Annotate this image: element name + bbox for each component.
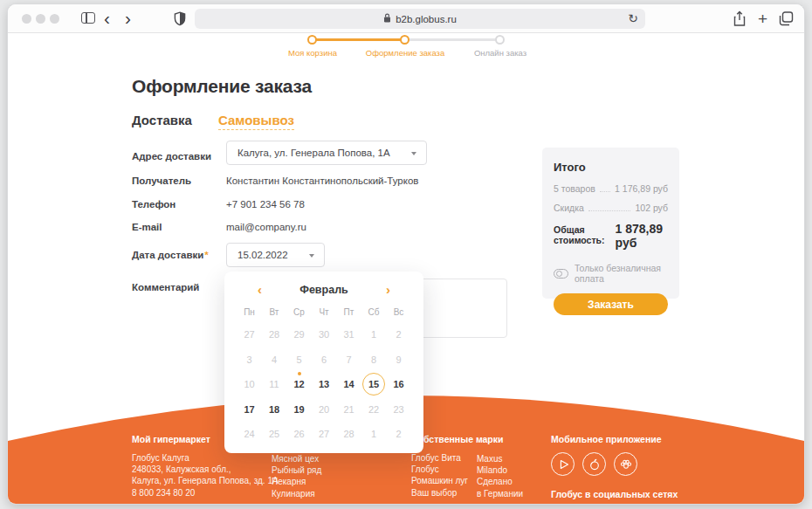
calendar-day[interactable]: 15: [362, 373, 385, 396]
calendar-day[interactable]: 5: [288, 348, 311, 371]
calendar-day[interactable]: 26: [288, 423, 311, 445]
address-bar[interactable]: b2b.globus.ru ↻: [195, 9, 645, 29]
address-select[interactable]: Калуга, ул. Генерала Попова, 1А: [226, 141, 427, 165]
calendar-month-label: Февраль: [299, 284, 348, 296]
calendar-day[interactable]: 10: [238, 373, 261, 396]
tab-overview-icon[interactable]: [779, 11, 794, 30]
calendar-prev-icon[interactable]: ‹: [258, 284, 262, 296]
calendar-weekday-label: Сб: [361, 303, 387, 320]
calendar-day[interactable]: 9: [388, 348, 410, 371]
chevron-down-icon: [411, 152, 416, 155]
calendar-weekday-label: Пн: [237, 303, 262, 320]
back-button[interactable]: ‹: [104, 5, 110, 31]
calendar-weekday-label: Чт: [312, 303, 337, 320]
calendar-next-icon[interactable]: ›: [386, 284, 390, 296]
calendar-day[interactable]: 8: [362, 348, 385, 371]
footer-department-link[interactable]: Рыбный ряд: [272, 464, 321, 476]
summary-row: Скидка 102 руб: [554, 203, 668, 213]
calendar-day[interactable]: 7: [338, 348, 361, 371]
calendar-day[interactable]: 21: [338, 398, 361, 421]
calendar-day[interactable]: 27: [238, 323, 261, 346]
dotted-leader: [600, 191, 610, 192]
calendar-day[interactable]: 3: [238, 348, 261, 371]
calendar-day[interactable]: 11: [263, 373, 286, 396]
calendar-day[interactable]: 22: [362, 398, 385, 421]
required-asterisk: *: [204, 250, 208, 260]
calendar-day[interactable]: 16: [388, 373, 410, 396]
calendar-day[interactable]: 23: [388, 398, 410, 421]
browser-toolbar: ‹ › b2b.globus.ru ↻ +: [8, 4, 804, 33]
footer-brand-link[interactable]: Milando: [477, 464, 523, 476]
footer-brand-link[interactable]: Сделано: [477, 476, 523, 487]
summary-row-label: 5 товаров: [554, 183, 595, 194]
calendar-day[interactable]: 20: [313, 398, 335, 421]
calendar-day[interactable]: 17: [238, 398, 261, 421]
address-select-value: Калуга, ул. Генерала Попова, 1А: [237, 148, 390, 158]
calendar-day[interactable]: 31: [338, 323, 361, 346]
date-select-value: 15.02.2022: [237, 250, 288, 260]
field-label-address: Адрес доставки: [132, 151, 211, 162]
appgallery-icon[interactable]: [614, 452, 637, 476]
calendar-day[interactable]: 30: [313, 323, 335, 346]
traffic-light-minimize[interactable]: [36, 14, 45, 24]
stepper-dot-checkout[interactable]: [400, 35, 409, 45]
traffic-light-zoom[interactable]: [50, 14, 59, 24]
privacy-shield-icon[interactable]: [174, 11, 186, 30]
order-button[interactable]: Заказать: [554, 293, 668, 315]
traffic-light-close[interactable]: [22, 14, 31, 24]
calendar-day[interactable]: 2: [388, 323, 410, 346]
footer-title-mobile-app: Мобильное приложение: [551, 434, 662, 444]
footer-hypermarket-line: 248033, Калужская обл.,: [132, 464, 279, 475]
tab-delivery[interactable]: Доставка: [132, 113, 192, 127]
new-tab-icon[interactable]: +: [758, 7, 767, 31]
footer-title-own-brands[interactable]: Собственные марки: [411, 434, 503, 444]
calendar-day[interactable]: 13: [313, 373, 335, 396]
footer-department-link[interactable]: Пекарня: [272, 476, 321, 487]
url-text: b2b.globus.ru: [396, 14, 457, 24]
calendar-day[interactable]: 28: [263, 323, 286, 346]
footer-department-link[interactable]: Мясной цех: [272, 453, 321, 464]
apple-icon[interactable]: [582, 452, 606, 476]
calendar-day[interactable]: 19: [288, 398, 311, 421]
summary-title: Итого: [554, 161, 668, 174]
footer-brand-link[interactable]: в Германии: [477, 488, 523, 499]
tab-pickup[interactable]: Самовывоз: [218, 113, 294, 130]
field-label-comment: Комментарий: [132, 282, 199, 292]
calendar-day[interactable]: 18: [263, 398, 286, 421]
recipient-value: Константин Константинопольский-Турков: [226, 175, 418, 186]
calendar-day[interactable]: 27: [313, 423, 335, 445]
calendar-day[interactable]: 1: [362, 323, 385, 346]
calendar-day[interactable]: 4: [263, 348, 286, 371]
calendar-day[interactable]: 29: [288, 323, 311, 346]
sidebar-icon[interactable]: [81, 12, 95, 24]
phone-value: +7 901 234 56 78: [226, 199, 305, 210]
stepper-dot-cart[interactable]: [307, 35, 317, 45]
calendar-day[interactable]: 28: [338, 423, 361, 445]
field-label-recipient: Получатель: [132, 175, 191, 186]
calendar-day[interactable]: 12: [288, 373, 311, 396]
summary-row-value: 1 176,89 руб: [615, 183, 668, 194]
stepper-line-done: [313, 38, 405, 41]
date-select[interactable]: 15.02.2022: [226, 243, 325, 267]
footer-brand-link[interactable]: Maxus: [477, 453, 523, 464]
calendar-popup: ‹ Февраль › ПнВтСрЧтПтСбВс 2728293031123…: [224, 272, 423, 453]
calendar-day[interactable]: 25: [263, 423, 286, 445]
field-label-phone: Телефон: [132, 199, 175, 210]
calendar-day[interactable]: 14: [338, 373, 361, 396]
reload-icon[interactable]: ↻: [628, 10, 638, 28]
footer-hypermarket-line: Калуга, ул. Генерала Попова, зд. 1А: [132, 475, 279, 486]
google-play-icon[interactable]: [551, 452, 575, 476]
share-icon[interactable]: [733, 10, 747, 31]
forward-button[interactable]: ›: [125, 5, 131, 31]
calendar-day[interactable]: 24: [238, 423, 261, 445]
stepper-line-upcoming: [405, 38, 500, 41]
calendar-day[interactable]: 6: [313, 348, 335, 371]
calendar-day[interactable]: 2: [388, 423, 410, 445]
chevron-down-icon: [309, 254, 314, 258]
summary-row-label: Скидка: [554, 203, 584, 213]
calendar-day[interactable]: 1: [362, 423, 385, 445]
field-label-email: E-mail: [132, 222, 162, 232]
summary-row-value: 102 руб: [635, 203, 668, 213]
footer-department-link[interactable]: Кулинария: [272, 488, 321, 499]
calendar-weekday-label: Вс: [386, 303, 411, 320]
